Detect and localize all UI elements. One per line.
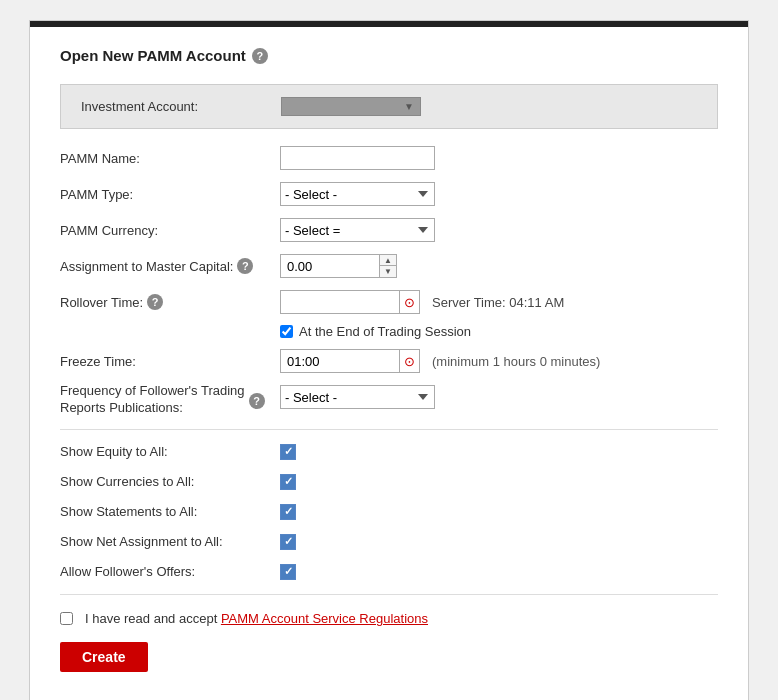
rollover-time-input[interactable]	[280, 290, 400, 314]
pamm-name-label: PAMM Name:	[60, 151, 280, 166]
rollover-time-row: Rollover Time: ? ⊙ Server Time: 04:11 AM	[60, 288, 718, 316]
frequency-control: - Select -	[280, 385, 435, 409]
divider-1	[60, 429, 718, 430]
accept-row: I have read and accept PAMM Account Serv…	[60, 611, 718, 626]
pamm-type-select[interactable]: - Select -	[280, 182, 435, 206]
accept-checkbox[interactable]	[60, 612, 73, 625]
investment-account-section: Investment Account: ▼	[60, 84, 718, 129]
accept-link[interactable]: PAMM Account Service Regulations	[221, 611, 428, 626]
pamm-currency-row: PAMM Currency: - Select =	[60, 216, 718, 244]
show-net-assignment-row: Show Net Assignment to All:	[60, 530, 718, 554]
show-currencies-label: Show Currencies to All:	[60, 474, 280, 489]
allow-follower-offers-checkbox[interactable]	[280, 564, 296, 580]
freeze-time-label: Freeze Time:	[60, 354, 280, 369]
divider-2	[60, 594, 718, 595]
assignment-label: Assignment to Master Capital: ?	[60, 258, 280, 274]
pamm-name-row: PAMM Name:	[60, 144, 718, 172]
frequency-help-icon[interactable]: ?	[249, 393, 265, 409]
assignment-spinner[interactable]: ▲ ▼	[380, 254, 397, 278]
freeze-time-control: ⊙ (minimum 1 hours 0 minutes)	[280, 349, 600, 373]
allow-follower-offers-label: Allow Follower's Offers:	[60, 564, 280, 579]
allow-follower-offers-row: Allow Follower's Offers:	[60, 560, 718, 584]
rollover-time-label: Rollover Time: ?	[60, 294, 280, 310]
help-icon[interactable]: ?	[252, 48, 268, 64]
investment-account-dropdown[interactable]: ▼	[281, 97, 421, 116]
show-equity-row: Show Equity to All:	[60, 440, 718, 464]
investment-account-label: Investment Account:	[81, 99, 281, 114]
assignment-control: ▲ ▼	[280, 254, 397, 278]
create-button[interactable]: Create	[60, 642, 148, 672]
show-equity-label: Show Equity to All:	[60, 444, 280, 459]
page-title: Open New PAMM Account ?	[60, 47, 718, 64]
pamm-name-control	[280, 146, 435, 170]
rollover-help-icon[interactable]: ?	[147, 294, 163, 310]
pamm-type-row: PAMM Type: - Select -	[60, 180, 718, 208]
pamm-currency-control: - Select =	[280, 218, 435, 242]
rollover-time-control: ⊙ Server Time: 04:11 AM	[280, 290, 564, 314]
show-equity-checkbox[interactable]	[280, 444, 296, 460]
assignment-row: Assignment to Master Capital: ? ▲ ▼	[60, 252, 718, 280]
title-text: Open New PAMM Account	[60, 47, 246, 64]
show-statements-row: Show Statements to All:	[60, 500, 718, 524]
show-net-assignment-label: Show Net Assignment to All:	[60, 534, 280, 549]
dropdown-arrow-icon: ▼	[404, 101, 414, 112]
accept-label: I have read and accept PAMM Account Serv…	[85, 611, 428, 626]
rollover-clock-icon[interactable]: ⊙	[400, 290, 420, 314]
freeze-time-row: Freeze Time: ⊙ (minimum 1 hours 0 minute…	[60, 347, 718, 375]
frequency-label: Frequency of Follower's TradingReports P…	[60, 383, 280, 417]
pamm-type-label: PAMM Type:	[60, 187, 280, 202]
show-net-assignment-checkbox[interactable]	[280, 534, 296, 550]
assignment-help-icon[interactable]: ?	[237, 258, 253, 274]
trading-session-label: At the End of Trading Session	[299, 324, 471, 339]
pamm-currency-label: PAMM Currency:	[60, 223, 280, 238]
pamm-currency-select[interactable]: - Select =	[280, 218, 435, 242]
frequency-row: Frequency of Follower's TradingReports P…	[60, 383, 718, 417]
trading-session-row: At the End of Trading Session	[280, 324, 718, 339]
trading-session-checkbox[interactable]	[280, 325, 293, 338]
pamm-type-control: - Select -	[280, 182, 435, 206]
show-statements-checkbox[interactable]	[280, 504, 296, 520]
show-currencies-checkbox[interactable]	[280, 474, 296, 490]
pamm-name-input[interactable]	[280, 146, 435, 170]
server-time-label: Server Time: 04:11 AM	[432, 295, 564, 310]
frequency-select[interactable]: - Select -	[280, 385, 435, 409]
spinner-up-icon[interactable]: ▲	[380, 255, 396, 266]
show-currencies-row: Show Currencies to All:	[60, 470, 718, 494]
assignment-input[interactable]	[280, 254, 380, 278]
freeze-time-input[interactable]	[280, 349, 400, 373]
freeze-clock-icon[interactable]: ⊙	[400, 349, 420, 373]
freeze-time-min-note: (minimum 1 hours 0 minutes)	[432, 354, 600, 369]
spinner-down-icon[interactable]: ▼	[380, 266, 396, 277]
show-statements-label: Show Statements to All:	[60, 504, 280, 519]
